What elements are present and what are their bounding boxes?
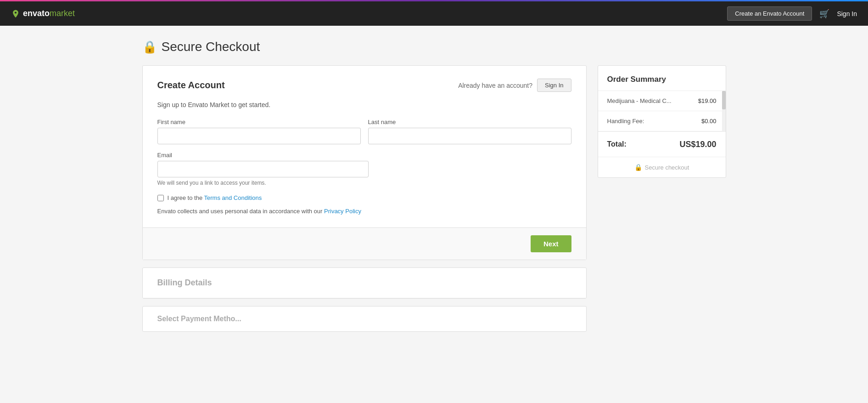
create-account-button[interactable]: Create an Envato Account [727,6,812,21]
order-item-price: $0.00 [701,118,717,125]
navbar: envatomarket Create an Envato Account 🛒 … [0,0,868,26]
svg-point-0 [15,11,17,13]
order-item-name: Medijuana - Medical C... [607,97,681,104]
email-helper-text: We will send you a link to access your i… [157,180,571,186]
name-form-row: First name Last name [157,119,571,144]
secure-checkout-text: Secure checkout [645,164,689,171]
billing-details-title: Billing Details [143,268,586,298]
order-item-price: $19.00 [698,97,717,104]
sign-in-nav-button[interactable]: Sign In [837,10,857,17]
order-items-list: Medijuana - Medical C... $19.00 Handling… [598,91,726,131]
order-item-name: Handling Fee: [607,118,681,125]
already-account-text: Already have an account? [458,82,532,89]
last-name-group: Last name [368,119,571,144]
card-header-row: Create Account Already have an account? … [157,79,571,92]
lock-icon-small: 🔒 [634,164,642,171]
navbar-actions: Create an Envato Account 🛒 Sign In [727,6,857,21]
email-input[interactable] [157,161,369,177]
card-body: Create Account Already have an account? … [143,66,586,227]
sign-in-card-button[interactable]: Sign In [537,79,571,92]
scroll-thumb[interactable] [722,91,726,109]
main-layout: Create Account Already have an account? … [142,65,726,332]
next-button[interactable]: Next [531,235,571,252]
secure-checkout-row: 🔒 Secure checkout [598,157,726,177]
brand-logo: envatomarket [11,9,75,18]
form-area: Create Account Already have an account? … [142,65,587,332]
brand-market-text: market [50,9,75,18]
first-name-label: First name [157,119,361,125]
page-title: Secure Checkout [162,40,260,54]
card-title: Create Account [157,80,225,91]
page-title-row: 🔒 Secure Checkout [142,40,726,54]
order-summary: Order Summary Medijuana - Medical C... $… [598,65,726,178]
terms-text: I agree to the Terms and Conditions [168,194,262,201]
first-name-group: First name [157,119,361,144]
last-name-input[interactable] [368,128,571,144]
create-account-card: Create Account Already have an account? … [142,65,587,260]
order-items-container: Medijuana - Medical C... $19.00 Handling… [598,91,726,131]
privacy-policy-link[interactable]: Privacy Policy [324,208,361,215]
envato-leaf-icon [11,9,20,18]
terms-checkbox[interactable] [157,195,164,201]
privacy-text: Envato collects and uses personal data i… [157,208,571,215]
brand-envato-text: envato [23,9,50,18]
select-payment-card: Select Payment Metho... [142,306,587,332]
first-name-input[interactable] [157,128,361,144]
order-item: Handling Fee: $0.00 [598,111,726,131]
page-content: 🔒 Secure Checkout Create Account Already… [131,26,737,346]
order-summary-header: Order Summary [598,66,726,91]
order-total-row: Total: US$19.00 [598,131,726,157]
order-total-currency: US$19.00 [679,140,716,149]
order-total-label: Total: [607,140,627,148]
card-footer: Next [143,227,586,260]
email-group: Email We will send you a link to access … [157,152,571,186]
order-item: Medijuana - Medical C... $19.00 [598,91,726,111]
billing-details-card: Billing Details [142,267,587,299]
already-account-row: Already have an account? Sign In [458,79,571,92]
terms-link[interactable]: Terms and Conditions [204,194,262,201]
scroll-track[interactable] [722,91,726,131]
select-payment-title: Select Payment Metho... [143,307,586,331]
email-label: Email [157,152,571,159]
order-total-value: US$19.00 [679,139,716,149]
order-summary-title: Order Summary [607,75,717,84]
last-name-label: Last name [368,119,571,125]
cart-icon[interactable]: 🛒 [819,9,829,19]
terms-row: I agree to the Terms and Conditions [157,194,571,201]
lock-icon-large: 🔒 [142,40,157,54]
signup-description: Sign up to Envato Market to get started. [157,101,571,108]
